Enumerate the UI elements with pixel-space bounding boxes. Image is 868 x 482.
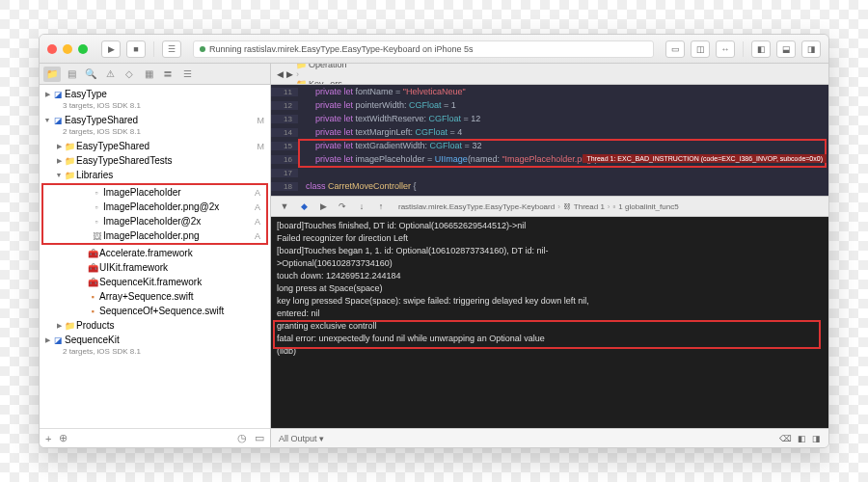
tree-row[interactable]: ▫ImagePlaceholder@2xA — [43, 214, 266, 228]
close-icon[interactable] — [47, 44, 57, 54]
running-icon — [200, 46, 205, 52]
editor-standard-button[interactable]: ▭ — [665, 40, 685, 58]
stop-button[interactable]: ■ — [126, 40, 146, 58]
tree-row[interactable]: ▪Array+Sequence.swift — [40, 289, 270, 304]
toggle-right-panel-button[interactable]: ◨ — [801, 40, 821, 58]
project-navigator: ▶◪EasyType3 targets, iOS SDK 8.1▼◪EasyTy… — [40, 85, 271, 447]
project-nav-tab[interactable]: 📁 — [43, 67, 61, 82]
tree-row[interactable]: 🧰Accelerate.framework — [40, 246, 270, 260]
code-line[interactable]: 12 private let pointerWidth: CGFloat = 1 — [271, 98, 828, 112]
step-out-button[interactable]: ↑ — [373, 200, 389, 213]
scheme-button[interactable]: ☰ — [162, 40, 181, 58]
tree-row[interactable]: 🖼ImagePlaceholder.pngA — [43, 228, 266, 243]
report-nav-tab[interactable]: ☰ — [178, 67, 196, 82]
debug-nav-tab[interactable]: ▦ — [140, 67, 157, 82]
console-line: granting exclusive controll — [277, 321, 823, 334]
filter-button[interactable]: ⊕ — [59, 432, 68, 444]
console-footer: All Output ▾ ⌫ ◧ ◨ — [271, 428, 828, 447]
test-nav-tab[interactable]: ◇ — [121, 67, 138, 82]
project-icon: ◪ — [51, 335, 65, 345]
body: ▶◪EasyType3 targets, iOS SDK 8.1▼◪EasyTy… — [40, 85, 828, 447]
navigator-tabs: 📁 ▤ 🔍 ⚠ ◇ ▦ 〓 ☰ — [40, 64, 271, 84]
console-toggle-icon[interactable]: ◨ — [812, 434, 821, 443]
tree-row[interactable]: ▶📁EasyTypeSharedM — [40, 139, 270, 153]
tree-row[interactable]: ▶📁EasyTypeSharedTests — [40, 153, 270, 168]
file-icon: ▫ — [90, 217, 103, 227]
console-line: fatal error: unexpectedly found nil whil… — [277, 334, 823, 346]
breadcrumb-item[interactable]: 📁 Operation — [296, 64, 403, 69]
vars-toggle-icon[interactable]: ◧ — [798, 434, 806, 443]
tab-row: 📁 ▤ 🔍 ⚠ ◇ ▦ 〓 ☰ ◀ ▶ 📁 EasyTypeShared›📁 E… — [40, 64, 828, 85]
console-line: >Optional(106102873734160) — [277, 258, 823, 271]
titlebar: ▶ ■ ☰ Running rastislav.mirek.EasyType.E… — [40, 35, 828, 64]
code-line[interactable]: 17 — [271, 166, 828, 179]
debug-console[interactable]: [board]Touches finished, DT id: Optional… — [271, 217, 828, 428]
highlight-box-files: ▫ImagePlaceholderA▫ImagePlaceholder.png@… — [41, 183, 268, 245]
run-button[interactable]: ▶ — [101, 40, 121, 58]
file-icon: ▫ — [90, 202, 103, 212]
toggle-bottom-panel-button[interactable]: ⬓ — [776, 40, 796, 58]
recent-filter-icon[interactable]: ◷ — [237, 432, 247, 444]
debug-bar: ▼ ◆ ▶ ↷ ↓ ↑ rastislav.mirek.EasyType.Eas… — [271, 196, 828, 217]
activity-status: Running rastislav.mirek.EasyType.EasyTyp… — [193, 40, 654, 58]
console-line: [board]Touches finished, DT id: Optional… — [277, 221, 823, 233]
debug-app: rastislav.mirek.EasyType.EasyType-Keyboa… — [398, 202, 555, 211]
swift-icon: ▪ — [86, 307, 99, 316]
file-icon: ▫ — [90, 188, 103, 198]
breakpoint-nav-tab[interactable]: 〓 — [159, 67, 176, 82]
navigator-footer: + ⊕ ◷ ▭ — [40, 428, 270, 447]
folder-icon: 📁 — [63, 321, 76, 331]
thread-icon: ⛓ — [563, 202, 571, 211]
add-button[interactable]: + — [45, 433, 51, 444]
code-line[interactable]: 13 private let textWidthReserve: CGFloat… — [271, 112, 828, 125]
forward-button[interactable]: ▶ — [286, 69, 293, 79]
console-line: (lldb) — [277, 346, 823, 359]
breadcrumb-item[interactable]: 📁 Key...ers — [296, 79, 403, 85]
issue-nav-tab[interactable]: ⚠ — [101, 67, 119, 82]
tree-row[interactable]: ▶◪SequenceKit — [40, 333, 270, 347]
jump-bar[interactable]: ◀ ▶ 📁 EasyTypeShared›📁 Eas...red›📁 Opera… — [271, 64, 828, 84]
tree-row[interactable]: ▫ImagePlaceholderA — [43, 185, 266, 200]
editor-version-button[interactable]: ↔ — [716, 40, 735, 58]
project-icon: ◪ — [51, 90, 65, 99]
tree-row[interactable]: 🧰UIKit.framework — [40, 260, 270, 275]
debug-breadcrumb[interactable]: rastislav.mirek.EasyType.EasyType-Keyboa… — [398, 202, 679, 211]
back-button[interactable]: ◀ — [277, 69, 284, 79]
console-line: long press at Space(space) — [277, 283, 823, 296]
tree-row[interactable]: 🧰SequenceKit.framework — [40, 275, 270, 289]
zoom-icon[interactable] — [78, 44, 88, 54]
tree-row[interactable]: ▶📁Products — [40, 318, 270, 333]
tree-row[interactable]: ▼📁Libraries — [40, 168, 270, 182]
breakpoints-button[interactable]: ◆ — [296, 200, 312, 213]
step-over-button[interactable]: ↷ — [335, 200, 350, 213]
console-line: [board]Touches began 1, 1. id: Optional(… — [277, 246, 823, 258]
toggle-debug-button[interactable]: ▼ — [277, 200, 292, 213]
tree-row[interactable]: ▫ImagePlaceholder.png@2xA — [43, 200, 266, 214]
code-line[interactable]: 14 private let textMarginLeft: CGFloat =… — [271, 125, 828, 139]
find-nav-tab[interactable]: 🔍 — [82, 67, 99, 82]
code-line[interactable]: 18class CarretMoveController { — [271, 179, 828, 193]
minimize-icon[interactable] — [63, 44, 72, 54]
traffic-lights — [47, 44, 88, 54]
toolbox-icon: 🧰 — [86, 278, 99, 287]
clear-console-button[interactable]: ⌫ — [779, 434, 792, 443]
toggle-left-panel-button[interactable]: ◧ — [751, 40, 771, 58]
output-filter[interactable]: All Output ▾ — [279, 434, 324, 443]
debug-frame: 1 globalinit_func5 — [618, 202, 678, 211]
symbol-nav-tab[interactable]: ▤ — [63, 67, 80, 82]
editor-assist-button[interactable]: ◫ — [691, 40, 710, 58]
tree-row[interactable]: ▶◪EasyType — [40, 87, 270, 101]
scm-filter-icon[interactable]: ▭ — [255, 432, 264, 444]
step-in-button[interactable]: ↓ — [354, 200, 369, 213]
tree-row[interactable]: ▼◪EasyTypeSharedM — [40, 113, 270, 127]
tree-row[interactable]: ▪SequenceOf+Sequence.swift — [40, 304, 270, 318]
file-tree: ▶◪EasyType3 targets, iOS SDK 8.1▼◪EasyTy… — [40, 85, 270, 428]
code-line[interactable]: 11 private let fontName = "HelveticaNeue… — [271, 85, 828, 98]
code-editor[interactable]: 11 private let fontName = "HelveticaNeue… — [271, 85, 828, 196]
code-line[interactable]: 15 private let textGradientWidth: CGFloa… — [271, 139, 828, 152]
continue-button[interactable]: ▶ — [315, 200, 331, 213]
folder-icon: 📁 — [63, 156, 76, 166]
xcode-window: ▶ ■ ☰ Running rastislav.mirek.EasyType.E… — [39, 34, 829, 448]
code-line[interactable]: 19 private let documentProxy: UITextDocu… — [271, 193, 828, 196]
folder-icon: 📁 — [63, 171, 76, 180]
